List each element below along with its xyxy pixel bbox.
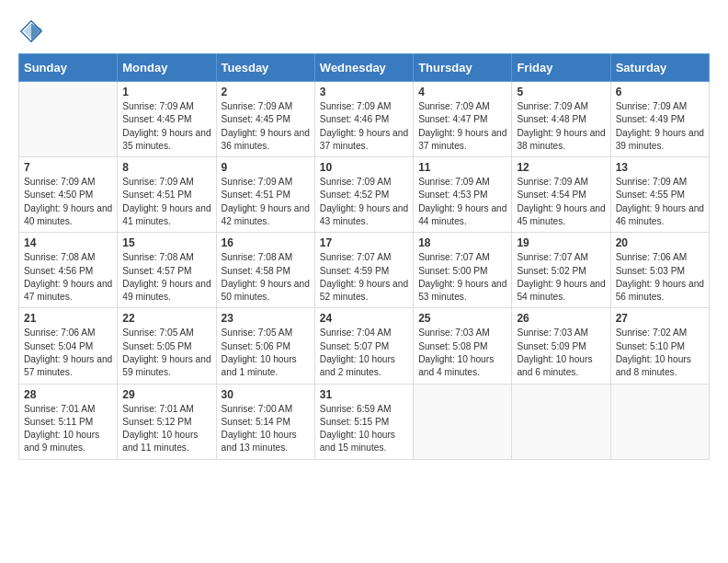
calendar-day-cell: 6 Sunrise: 7:09 AM Sunset: 4:49 PM Dayli… — [610, 82, 709, 157]
day-number: 24 — [320, 312, 408, 325]
day-info: Sunrise: 7:07 AM Sunset: 5:02 PM Dayligh… — [517, 251, 605, 304]
day-number: 10 — [320, 161, 408, 174]
day-number: 19 — [517, 236, 605, 249]
day-info: Sunrise: 7:09 AM Sunset: 4:52 PM Dayligh… — [320, 176, 408, 228]
day-info: Sunrise: 7:00 AM Sunset: 5:14 PM Dayligh… — [222, 403, 310, 455]
day-info: Sunrise: 7:09 AM Sunset: 4:49 PM Dayligh… — [616, 100, 704, 153]
weekday-header-row: SundayMondayTuesdayWednesdayThursdayFrid… — [19, 54, 710, 82]
calendar-day-cell: 26 Sunrise: 7:03 AM Sunset: 5:09 PM Dayl… — [512, 308, 610, 384]
day-number: 4 — [418, 86, 506, 98]
calendar-day-cell: 27 Sunrise: 7:02 AM Sunset: 5:10 PM Dayl… — [610, 308, 709, 384]
day-info: Sunrise: 7:01 AM Sunset: 5:11 PM Dayligh… — [24, 403, 112, 455]
day-info: Sunrise: 6:59 AM Sunset: 5:15 PM Dayligh… — [320, 403, 408, 455]
calendar-day-cell: 7 Sunrise: 7:09 AM Sunset: 4:50 PM Dayli… — [19, 157, 118, 233]
calendar-day-cell: 20 Sunrise: 7:06 AM Sunset: 5:03 PM Dayl… — [610, 233, 709, 308]
calendar-day-cell: 28 Sunrise: 7:01 AM Sunset: 5:11 PM Dayl… — [19, 384, 118, 459]
calendar-day-cell: 31 Sunrise: 6:59 AM Sunset: 5:15 PM Dayl… — [314, 384, 413, 459]
weekday-header-saturday: Saturday — [610, 54, 709, 82]
day-info: Sunrise: 7:06 AM Sunset: 5:04 PM Dayligh… — [24, 327, 112, 379]
calendar-day-cell: 30 Sunrise: 7:00 AM Sunset: 5:14 PM Dayl… — [216, 384, 314, 459]
logo — [18, 18, 48, 44]
calendar-week-row: 14 Sunrise: 7:08 AM Sunset: 4:56 PM Dayl… — [19, 233, 710, 308]
calendar-day-cell: 14 Sunrise: 7:08 AM Sunset: 4:56 PM Dayl… — [19, 233, 118, 308]
day-info: Sunrise: 7:09 AM Sunset: 4:51 PM Dayligh… — [222, 176, 310, 228]
day-info: Sunrise: 7:09 AM Sunset: 4:45 PM Dayligh… — [222, 100, 310, 153]
day-info: Sunrise: 7:09 AM Sunset: 4:47 PM Dayligh… — [418, 100, 506, 153]
day-number: 16 — [222, 236, 310, 249]
calendar-day-cell: 9 Sunrise: 7:09 AM Sunset: 4:51 PM Dayli… — [216, 157, 314, 233]
day-number: 21 — [24, 312, 112, 325]
logo-icon — [18, 18, 44, 44]
day-info: Sunrise: 7:08 AM Sunset: 4:56 PM Dayligh… — [24, 251, 112, 304]
day-number: 12 — [517, 161, 605, 174]
day-info: Sunrise: 7:09 AM Sunset: 4:50 PM Dayligh… — [24, 176, 112, 228]
calendar-day-cell: 5 Sunrise: 7:09 AM Sunset: 4:48 PM Dayli… — [512, 82, 610, 157]
day-number: 17 — [320, 236, 408, 249]
day-number: 9 — [222, 161, 310, 174]
day-number: 6 — [616, 86, 704, 98]
day-info: Sunrise: 7:08 AM Sunset: 4:57 PM Dayligh… — [122, 251, 210, 304]
day-info: Sunrise: 7:05 AM Sunset: 5:05 PM Dayligh… — [122, 327, 210, 379]
day-number: 11 — [418, 161, 506, 174]
day-info: Sunrise: 7:01 AM Sunset: 5:12 PM Dayligh… — [122, 403, 210, 455]
day-info: Sunrise: 7:04 AM Sunset: 5:07 PM Dayligh… — [320, 327, 408, 379]
day-number: 20 — [616, 236, 704, 249]
calendar-day-cell: 17 Sunrise: 7:07 AM Sunset: 4:59 PM Dayl… — [314, 233, 413, 308]
day-info: Sunrise: 7:09 AM Sunset: 4:54 PM Dayligh… — [517, 176, 605, 228]
day-number: 7 — [24, 161, 112, 174]
day-info: Sunrise: 7:03 AM Sunset: 5:09 PM Dayligh… — [517, 327, 605, 379]
weekday-header-wednesday: Wednesday — [314, 54, 413, 82]
calendar-table: SundayMondayTuesdayWednesdayThursdayFrid… — [18, 53, 710, 460]
day-number: 18 — [418, 236, 506, 249]
day-number: 2 — [222, 86, 310, 98]
calendar-day-cell — [512, 384, 610, 459]
day-info: Sunrise: 7:09 AM Sunset: 4:51 PM Dayligh… — [122, 176, 210, 228]
calendar-day-cell: 21 Sunrise: 7:06 AM Sunset: 5:04 PM Dayl… — [19, 308, 118, 384]
weekday-header-thursday: Thursday — [414, 54, 512, 82]
calendar-day-cell: 22 Sunrise: 7:05 AM Sunset: 5:05 PM Dayl… — [118, 308, 216, 384]
day-number: 30 — [222, 388, 310, 401]
calendar-day-cell: 16 Sunrise: 7:08 AM Sunset: 4:58 PM Dayl… — [216, 233, 314, 308]
weekday-header-tuesday: Tuesday — [216, 54, 314, 82]
calendar-day-cell: 15 Sunrise: 7:08 AM Sunset: 4:57 PM Dayl… — [118, 233, 216, 308]
calendar-day-cell: 29 Sunrise: 7:01 AM Sunset: 5:12 PM Dayl… — [118, 384, 216, 459]
calendar-week-row: 21 Sunrise: 7:06 AM Sunset: 5:04 PM Dayl… — [19, 308, 710, 384]
weekday-header-sunday: Sunday — [19, 54, 118, 82]
calendar-day-cell: 25 Sunrise: 7:03 AM Sunset: 5:08 PM Dayl… — [414, 308, 512, 384]
day-info: Sunrise: 7:09 AM Sunset: 4:46 PM Dayligh… — [320, 100, 408, 153]
svg-marker-2 — [31, 24, 41, 42]
calendar-day-cell: 10 Sunrise: 7:09 AM Sunset: 4:52 PM Dayl… — [314, 157, 413, 233]
weekday-header-monday: Monday — [118, 54, 216, 82]
day-number: 25 — [418, 312, 506, 325]
day-number: 26 — [517, 312, 605, 325]
calendar-day-cell: 13 Sunrise: 7:09 AM Sunset: 4:55 PM Dayl… — [610, 157, 709, 233]
day-info: Sunrise: 7:03 AM Sunset: 5:08 PM Dayligh… — [418, 327, 506, 379]
day-info: Sunrise: 7:06 AM Sunset: 5:03 PM Dayligh… — [616, 251, 704, 304]
day-info: Sunrise: 7:02 AM Sunset: 5:10 PM Dayligh… — [616, 327, 704, 379]
day-number: 23 — [222, 312, 310, 325]
calendar-day-cell: 4 Sunrise: 7:09 AM Sunset: 4:47 PM Dayli… — [414, 82, 512, 157]
day-info: Sunrise: 7:07 AM Sunset: 5:00 PM Dayligh… — [418, 251, 506, 304]
calendar-day-cell: 8 Sunrise: 7:09 AM Sunset: 4:51 PM Dayli… — [118, 157, 216, 233]
calendar-day-cell: 3 Sunrise: 7:09 AM Sunset: 4:46 PM Dayli… — [314, 82, 413, 157]
calendar-week-row: 28 Sunrise: 7:01 AM Sunset: 5:11 PM Dayl… — [19, 384, 710, 459]
day-number: 8 — [122, 161, 210, 174]
calendar-day-cell: 11 Sunrise: 7:09 AM Sunset: 4:53 PM Dayl… — [414, 157, 512, 233]
day-info: Sunrise: 7:09 AM Sunset: 4:45 PM Dayligh… — [122, 100, 210, 153]
day-info: Sunrise: 7:09 AM Sunset: 4:48 PM Dayligh… — [517, 100, 605, 153]
day-info: Sunrise: 7:09 AM Sunset: 4:53 PM Dayligh… — [418, 176, 506, 228]
calendar-day-cell: 1 Sunrise: 7:09 AM Sunset: 4:45 PM Dayli… — [118, 82, 216, 157]
weekday-header-friday: Friday — [512, 54, 610, 82]
day-number: 22 — [122, 312, 210, 325]
calendar-day-cell: 24 Sunrise: 7:04 AM Sunset: 5:07 PM Dayl… — [314, 308, 413, 384]
calendar-week-row: 7 Sunrise: 7:09 AM Sunset: 4:50 PM Dayli… — [19, 157, 710, 233]
day-number: 29 — [122, 388, 210, 401]
day-number: 27 — [616, 312, 704, 325]
day-number: 3 — [320, 86, 408, 98]
day-number: 15 — [122, 236, 210, 249]
calendar-day-cell: 18 Sunrise: 7:07 AM Sunset: 5:00 PM Dayl… — [414, 233, 512, 308]
calendar-day-cell: 2 Sunrise: 7:09 AM Sunset: 4:45 PM Dayli… — [216, 82, 314, 157]
calendar-day-cell: 23 Sunrise: 7:05 AM Sunset: 5:06 PM Dayl… — [216, 308, 314, 384]
day-number: 14 — [24, 236, 112, 249]
page-header — [18, 18, 710, 44]
